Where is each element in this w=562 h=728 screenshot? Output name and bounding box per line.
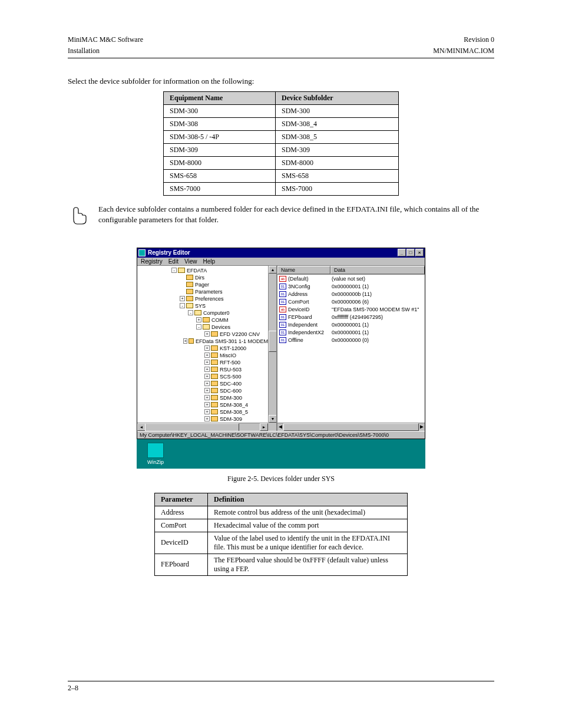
menu-help[interactable]: Help [203,258,215,265]
tree-expander[interactable]: + [183,338,187,344]
tree-node[interactable]: -SYS [138,302,268,309]
tree-node[interactable]: +RSU-503 [138,366,268,373]
list-row[interactable]: 01IndependentX20x00000001 (1) [277,329,425,337]
menu-edit[interactable]: Edit [168,258,178,265]
desktop-icon-label: WinZip [147,459,164,465]
value-data: 0x00000001 (1) [332,322,425,328]
tree-node[interactable]: +SDM-308_5 [138,409,268,416]
col-name[interactable]: Name [277,266,330,274]
tip-text: Each device subfolder contains a numbere… [98,204,494,225]
folder-icon [211,395,218,400]
tree-node[interactable]: +MiscIO [138,352,268,359]
tree-expander[interactable]: - [171,268,177,273]
list-row[interactable]: 01Address0x0000000b (11) [277,291,425,298]
value-name: ComPort [288,299,332,305]
scroll-up-button[interactable]: ▲ [269,266,277,274]
list-scroll-right[interactable]: ► [419,423,425,431]
tree-label: Devices [211,324,230,331]
folder-icon [211,374,218,379]
value-name: Independent [288,322,332,328]
hscroll-thumb[interactable] [145,423,239,431]
tree-node[interactable]: +EFData SMS-301 1-1 MODEM [138,338,268,345]
tree-node[interactable]: Pager [138,281,268,288]
tree-expander[interactable]: + [204,331,210,337]
minimize-button[interactable]: _ [398,249,406,256]
list-row[interactable]: ab(Default)(value not set) [277,275,425,283]
tree-expander[interactable]: + [204,409,210,414]
tree-node[interactable]: Parameters [138,288,268,295]
binary-value-icon: 01 [279,284,286,289]
tree-node[interactable]: +Preferences [138,295,268,302]
registry-screenshot: Registry Editor _ □ × Registry Edit View… [137,248,425,469]
menu-view[interactable]: View [184,258,197,265]
tree-expander[interactable]: + [204,360,210,365]
scroll-thumb[interactable] [269,331,277,352]
value-name: Offline [288,337,332,343]
binary-value-icon: 01 [279,330,286,335]
scroll-down-button[interactable]: ▼ [269,415,277,423]
tree-expander[interactable]: + [204,374,210,379]
tree-node[interactable]: +KST-12000 [138,345,268,352]
tree-node[interactable]: +SDM-300 [138,394,268,401]
scroll-right-button[interactable]: ► [260,423,268,431]
tree-expander[interactable]: - [188,310,193,315]
tree-node[interactable]: +SDC-600 [138,387,268,394]
tree-expander[interactable]: + [204,345,210,351]
tree-expander[interactable]: + [204,402,210,407]
tree-node[interactable]: -EFDATA [138,267,268,274]
tree-expander[interactable]: - [180,303,185,308]
tree-expander[interactable]: + [196,317,201,322]
folder-icon [186,275,193,280]
tree-node[interactable]: -Computer0 [138,309,268,317]
registry-window: Registry Editor _ □ × Registry Edit View… [137,248,425,439]
tree-node[interactable]: +EFD V2200 CNV [138,331,268,338]
maximize-button[interactable]: □ [406,249,415,256]
tree-node[interactable]: +SCS-500 [138,373,268,380]
tree-expander[interactable]: + [204,381,210,386]
binary-value-icon: 01 [279,337,286,343]
header-rule [68,58,494,58]
list-scroll-left[interactable]: ◄ [277,423,283,431]
tree-expander[interactable]: - [196,324,201,330]
tree-label: EFD V2200 CNV [220,331,260,338]
list-hscroll-thumb[interactable] [283,423,419,431]
tree-node[interactable]: +COMM [138,317,268,324]
folder-icon [211,345,218,351]
tree-expander[interactable]: + [204,367,210,372]
tree-expander[interactable]: + [204,395,210,400]
tree-hscroll[interactable]: ◄ ► [137,423,268,431]
close-button[interactable]: × [415,249,424,256]
table-cell: SDM-308 [164,117,276,130]
list-row[interactable]: 01Independent0x00000001 (1) [277,321,425,329]
tree-expander[interactable]: + [204,388,210,393]
list-row[interactable]: 01FEPboard0xffffffff (4294967295) [277,314,425,321]
tree-node[interactable]: +SDM-308_4 [138,401,268,409]
tree-node[interactable]: +SDC-400 [138,380,268,387]
hand-pointer-icon [68,203,91,226]
tree-node[interactable]: +SDM-309 [138,416,268,423]
scroll-left-button[interactable]: ◄ [137,423,146,431]
table-cell: SMS-7000 [276,182,399,195]
value-data: (value not set) [332,276,425,282]
menu-registry[interactable]: Registry [141,258,163,265]
table-cell: The FEPboard value should be 0xFFFF (def… [208,554,408,575]
desktop-icon[interactable]: WinZip [147,443,164,465]
tree-node[interactable]: +RFT-500 [138,359,268,366]
tree-expander[interactable]: + [180,296,185,301]
list-row[interactable]: abDeviceID"EFData SMS-7000 MODEM SW #1" [277,306,425,314]
t1-h1: Device Subfolder [276,91,399,104]
tree-vscroll[interactable]: ▲ ▼ [268,266,276,423]
col-data[interactable]: Data [330,266,425,274]
tree-expander[interactable]: + [204,416,210,421]
tree-node[interactable]: -Devices [138,324,268,331]
list-row[interactable]: 01Offline0x00000000 (0) [277,337,425,344]
list-row[interactable]: 01ComPort0x00000006 (6) [277,298,425,306]
folder-icon [211,367,218,372]
table-cell: SDM-308_5 [276,130,399,143]
tree-expander[interactable]: + [204,353,210,358]
tree-label: SDM-308_5 [220,409,248,416]
folder-icon [211,360,218,365]
list-hscroll[interactable]: ◄ ► [277,423,425,431]
tree-node[interactable]: Dirs [138,274,268,281]
list-row[interactable]: 013NConfig0x00000001 (1) [277,283,425,291]
